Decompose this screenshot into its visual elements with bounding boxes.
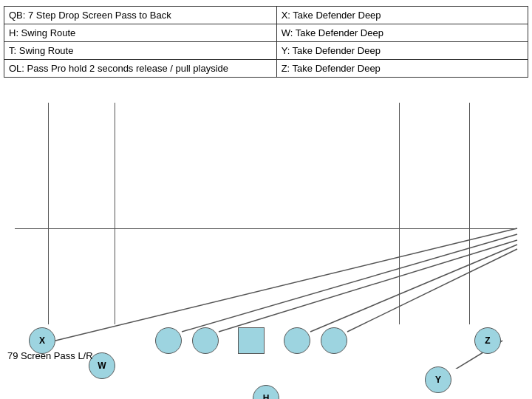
playbook-table: QB: 7 Step Drop Screen Pass to BackX: Ta… [4,6,528,78]
svg-line-1 [182,234,517,332]
yard-line-1 [48,103,49,324]
player-OL1 [155,327,182,354]
field-area: X W Z Y H T 79 Screen Pass L/R [0,81,532,369]
table-cell-right-2: Y: Take Defender Deep [276,42,528,60]
svg-line-4 [347,249,517,332]
table-cell-right-1: W: Take Defender Deep [276,24,528,42]
player-Z: Z [474,327,501,354]
svg-line-0 [55,228,517,341]
yard-line-3 [399,103,400,324]
routes-svg [0,81,532,369]
table-cell-right-0: X: Take Defender Deep [276,7,528,24]
table-row-3: OL: Pass Pro hold 2 seconds release / pu… [4,60,528,78]
player-H: H [253,385,279,399]
table-cell-left-2: T: Swing Route [4,42,277,60]
table-row-2: T: Swing RouteY: Take Defender Deep [4,42,528,60]
player-center [238,327,265,354]
table-cell-right-3: Z: Take Defender Deep [276,60,528,78]
player-OL4 [321,327,347,354]
table-row-1: H: Swing RouteW: Take Defender Deep [4,24,528,42]
svg-line-3 [310,245,517,332]
table-cell-left-0: QB: 7 Step Drop Screen Pass to Back [4,7,277,24]
player-OL3 [284,327,310,354]
yard-line-4 [469,103,470,324]
svg-line-2 [219,240,517,332]
table-cell-left-1: H: Swing Route [4,24,277,42]
player-OL2 [192,327,219,354]
yard-line-2 [115,103,115,324]
table-row-0: QB: 7 Step Drop Screen Pass to BackX: Ta… [4,7,528,24]
player-Y: Y [425,366,451,393]
scrimmage-line [15,228,517,229]
table-cell-left-3: OL: Pass Pro hold 2 seconds release / pu… [4,60,277,78]
play-name: 79 Screen Pass L/R [7,350,93,361]
